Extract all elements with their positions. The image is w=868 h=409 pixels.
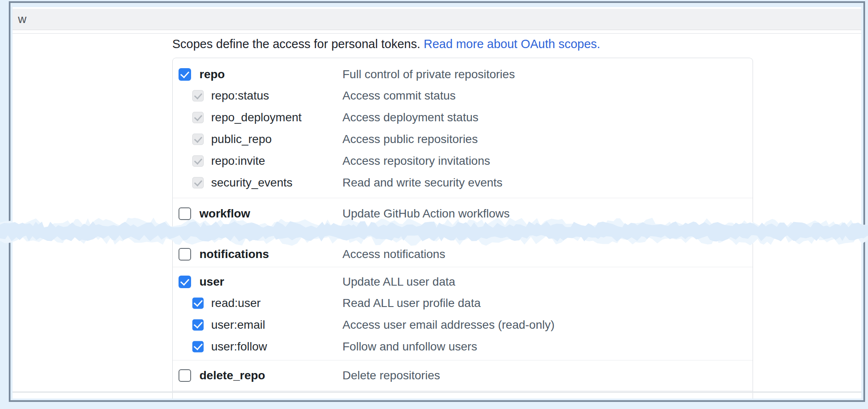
checkbox-repo-invite xyxy=(192,156,204,167)
scope-row-workflow: workflow Update GitHub Action workflows xyxy=(173,198,753,229)
checkbox-delete-repo[interactable] xyxy=(179,369,191,382)
check-icon xyxy=(194,91,202,99)
checkbox-read-user[interactable] xyxy=(192,298,204,309)
check-icon xyxy=(194,112,202,121)
scope-row-public-repo: public_repo Access public repositories xyxy=(173,128,753,150)
scope-row-user: user Update ALL user data xyxy=(173,271,753,292)
check-icon xyxy=(194,134,202,143)
scope-row-delete-repo: delete_repo Delete repositories xyxy=(173,360,753,391)
intro-text: Scopes define the access for personal to… xyxy=(172,37,424,51)
scope-row-repo-deployment: repo_deployment Access deployment status xyxy=(173,107,753,128)
divider xyxy=(13,391,861,393)
scope-group-repo: repo Full control of private repositorie… xyxy=(173,58,753,198)
scope-row-notifications: notifications Access notifications xyxy=(173,242,753,267)
scope-row-repo: repo Full control of private repositorie… xyxy=(173,64,753,85)
checkbox-user[interactable] xyxy=(179,276,191,288)
scope-description: Follow and unfollow users xyxy=(342,340,477,353)
scope-description: Access repository invitations xyxy=(342,154,490,168)
screenshot-canvas: w Scopes define the access for personal … xyxy=(0,0,868,409)
checkbox-public-repo xyxy=(192,134,204,145)
oauth-scopes-link[interactable]: Read more about OAuth scopes. xyxy=(424,37,600,51)
check-icon xyxy=(194,298,203,307)
scope-name: read:user xyxy=(211,297,260,310)
checkbox-notifications[interactable] xyxy=(179,248,191,261)
scope-name: security_events xyxy=(211,176,293,189)
scope-row-security-events: security_events Read and write security … xyxy=(173,172,753,194)
scope-row-user-follow: user:follow Follow and unfollow users xyxy=(173,336,753,358)
scope-name: user:email xyxy=(211,318,265,332)
checkbox-repo[interactable] xyxy=(179,68,191,81)
scope-description: Read and write security events xyxy=(342,176,503,189)
check-icon xyxy=(180,69,189,78)
checkbox-workflow[interactable] xyxy=(179,207,191,220)
check-icon xyxy=(194,156,202,164)
checkbox-user-follow[interactable] xyxy=(192,341,204,353)
check-icon xyxy=(194,341,203,350)
scope-row-repo-status: repo:status Access commit status xyxy=(173,85,753,107)
checkbox-user-email[interactable] xyxy=(192,320,204,331)
scope-name: public_repo xyxy=(211,133,272,146)
scope-group-user: user Update ALL user data read:user Read… xyxy=(173,267,753,360)
scope-row-read-user: read:user Read ALL user profile data xyxy=(173,292,753,314)
scope-description: Update GitHub Action workflows xyxy=(342,207,510,220)
scope-description: Access deployment status xyxy=(342,111,478,124)
page: w Scopes define the access for personal … xyxy=(13,7,861,399)
checkbox-security-events xyxy=(192,177,204,189)
scope-name: repo xyxy=(199,68,225,81)
checkbox-repo-status xyxy=(192,90,204,102)
scope-row-repo-invite: repo:invite Access repository invitation… xyxy=(173,150,753,172)
divider xyxy=(13,33,861,34)
scope-name: delete_repo xyxy=(199,369,265,382)
scope-description: Read ALL user profile data xyxy=(342,297,481,310)
scope-description: Access user email addresses (read-only) xyxy=(342,318,554,332)
scope-row-user-email: user:email Access user email addresses (… xyxy=(173,314,753,336)
scope-name: user xyxy=(199,275,224,289)
scope-name: repo_deployment xyxy=(211,111,301,124)
scopes-box: repo Full control of private repositorie… xyxy=(172,58,753,399)
scope-name: workflow xyxy=(199,207,250,220)
torn-hidden-area xyxy=(173,229,753,242)
scope-description: Access public repositories xyxy=(342,133,478,146)
scope-name: repo:status xyxy=(211,89,269,102)
top-text-field-value: w xyxy=(18,13,26,26)
scope-name: repo:invite xyxy=(211,154,265,168)
scope-name: user:follow xyxy=(211,340,267,353)
check-icon xyxy=(194,320,203,329)
scope-description: Access notifications xyxy=(342,248,445,261)
check-icon xyxy=(194,178,202,186)
scope-description: Access commit status xyxy=(342,89,456,102)
check-icon xyxy=(180,276,189,286)
scope-description: Full control of private repositories xyxy=(342,68,515,81)
scope-description: Delete repositories xyxy=(342,369,440,382)
checkbox-repo-deployment xyxy=(192,112,204,123)
scope-name: notifications xyxy=(199,248,269,261)
top-text-field[interactable]: w xyxy=(13,9,861,30)
scopes-intro: Scopes define the access for personal to… xyxy=(172,37,600,51)
scope-description: Update ALL user data xyxy=(342,275,455,289)
divider xyxy=(173,391,753,391)
